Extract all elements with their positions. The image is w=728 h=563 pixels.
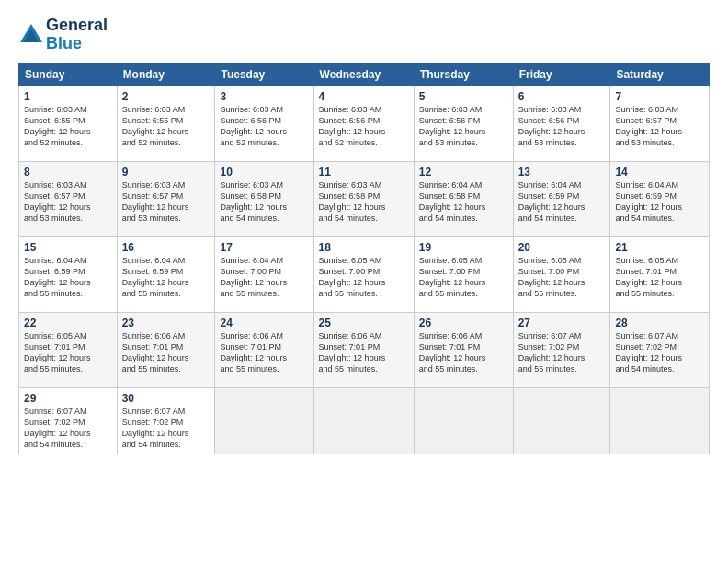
logo-icon — [18, 22, 44, 48]
day-number: 5 — [419, 90, 508, 103]
calendar-cell: 21Sunrise: 6:05 AM Sunset: 7:01 PM Dayli… — [610, 236, 710, 312]
day-number: 3 — [220, 90, 308, 103]
day-number: 16 — [122, 241, 210, 254]
calendar-cell: 4Sunrise: 6:03 AM Sunset: 6:56 PM Daylig… — [313, 86, 414, 161]
day-info: Sunrise: 6:06 AM Sunset: 7:01 PM Dayligh… — [122, 330, 210, 375]
day-number: 17 — [220, 241, 308, 254]
day-number: 24 — [220, 316, 308, 329]
day-info: Sunrise: 6:03 AM Sunset: 6:55 PM Dayligh… — [122, 104, 210, 149]
day-number: 1 — [24, 90, 112, 103]
day-number: 26 — [419, 316, 508, 329]
calendar-cell: 29Sunrise: 6:07 AM Sunset: 7:02 PM Dayli… — [19, 387, 118, 454]
calendar-cell — [513, 387, 610, 454]
day-number: 10 — [220, 166, 308, 178]
day-number: 14 — [615, 166, 704, 178]
day-number: 27 — [518, 316, 606, 329]
week-row-1: 1Sunrise: 6:03 AM Sunset: 6:55 PM Daylig… — [19, 86, 710, 161]
calendar-cell: 18Sunrise: 6:05 AM Sunset: 7:00 PM Dayli… — [313, 236, 414, 312]
day-info: Sunrise: 6:04 AM Sunset: 6:59 PM Dayligh… — [615, 179, 704, 224]
day-info: Sunrise: 6:07 AM Sunset: 7:02 PM Dayligh… — [518, 330, 606, 375]
day-info: Sunrise: 6:05 AM Sunset: 7:01 PM Dayligh… — [615, 255, 704, 300]
day-number: 6 — [518, 90, 606, 103]
day-info: Sunrise: 6:03 AM Sunset: 6:56 PM Dayligh… — [419, 104, 508, 149]
day-number: 15 — [24, 241, 112, 254]
calendar-cell: 8Sunrise: 6:03 AM Sunset: 6:57 PM Daylig… — [19, 161, 118, 236]
day-info: Sunrise: 6:05 AM Sunset: 7:00 PM Dayligh… — [319, 255, 409, 300]
day-number: 29 — [24, 392, 112, 405]
weekday-header-monday: Monday — [117, 63, 215, 86]
calendar-cell: 15Sunrise: 6:04 AM Sunset: 6:59 PM Dayli… — [19, 236, 118, 312]
day-info: Sunrise: 6:06 AM Sunset: 7:01 PM Dayligh… — [419, 330, 508, 375]
day-info: Sunrise: 6:04 AM Sunset: 6:59 PM Dayligh… — [122, 255, 210, 300]
weekday-header-thursday: Thursday — [414, 63, 513, 86]
day-info: Sunrise: 6:03 AM Sunset: 6:58 PM Dayligh… — [220, 179, 308, 224]
day-info: Sunrise: 6:04 AM Sunset: 6:58 PM Dayligh… — [419, 179, 508, 224]
day-info: Sunrise: 6:07 AM Sunset: 7:02 PM Dayligh… — [24, 406, 112, 451]
day-info: Sunrise: 6:03 AM Sunset: 6:56 PM Dayligh… — [220, 104, 308, 149]
calendar-cell: 13Sunrise: 6:04 AM Sunset: 6:59 PM Dayli… — [513, 161, 610, 236]
day-number: 25 — [319, 316, 409, 329]
page: General Blue SundayMondayTuesdayWednesda… — [0, 0, 728, 563]
weekday-header-sunday: Sunday — [19, 63, 118, 86]
day-info: Sunrise: 6:03 AM Sunset: 6:58 PM Dayligh… — [319, 179, 409, 224]
weekday-header-wednesday: Wednesday — [313, 63, 414, 86]
week-row-5: 29Sunrise: 6:07 AM Sunset: 7:02 PM Dayli… — [19, 387, 710, 454]
day-info: Sunrise: 6:04 AM Sunset: 7:00 PM Dayligh… — [220, 255, 308, 300]
day-info: Sunrise: 6:05 AM Sunset: 7:00 PM Dayligh… — [419, 255, 508, 300]
day-info: Sunrise: 6:03 AM Sunset: 6:56 PM Dayligh… — [319, 104, 409, 149]
logo: General Blue — [18, 17, 108, 53]
day-number: 21 — [615, 241, 704, 254]
header: General Blue — [18, 17, 710, 53]
day-info: Sunrise: 6:03 AM Sunset: 6:57 PM Dayligh… — [122, 179, 210, 224]
calendar-cell: 22Sunrise: 6:05 AM Sunset: 7:01 PM Dayli… — [19, 312, 118, 387]
calendar-table: SundayMondayTuesdayWednesdayThursdayFrid… — [18, 63, 710, 455]
weekday-header-saturday: Saturday — [610, 63, 710, 86]
day-info: Sunrise: 6:05 AM Sunset: 7:01 PM Dayligh… — [24, 330, 112, 375]
day-info: Sunrise: 6:03 AM Sunset: 6:57 PM Dayligh… — [24, 179, 112, 224]
logo-text-blue: Blue — [46, 35, 108, 53]
calendar-cell: 12Sunrise: 6:04 AM Sunset: 6:58 PM Dayli… — [414, 161, 513, 236]
day-number: 7 — [615, 90, 704, 103]
day-info: Sunrise: 6:07 AM Sunset: 7:02 PM Dayligh… — [122, 406, 210, 451]
day-info: Sunrise: 6:06 AM Sunset: 7:01 PM Dayligh… — [319, 330, 409, 375]
day-number: 20 — [518, 241, 606, 254]
calendar-cell: 5Sunrise: 6:03 AM Sunset: 6:56 PM Daylig… — [414, 86, 513, 161]
day-info: Sunrise: 6:04 AM Sunset: 6:59 PM Dayligh… — [518, 179, 606, 224]
day-number: 12 — [419, 166, 508, 178]
day-number: 22 — [24, 316, 112, 329]
day-info: Sunrise: 6:05 AM Sunset: 7:00 PM Dayligh… — [518, 255, 606, 300]
calendar-cell: 14Sunrise: 6:04 AM Sunset: 6:59 PM Dayli… — [610, 161, 710, 236]
day-number: 4 — [319, 90, 409, 103]
day-number: 8 — [24, 166, 112, 178]
calendar-cell: 10Sunrise: 6:03 AM Sunset: 6:58 PM Dayli… — [215, 161, 313, 236]
calendar-cell — [610, 387, 710, 454]
calendar-cell: 6Sunrise: 6:03 AM Sunset: 6:56 PM Daylig… — [513, 86, 610, 161]
day-number: 19 — [419, 241, 508, 254]
day-info: Sunrise: 6:03 AM Sunset: 6:57 PM Dayligh… — [615, 104, 704, 149]
calendar-cell: 28Sunrise: 6:07 AM Sunset: 7:02 PM Dayli… — [610, 312, 710, 387]
calendar-cell: 9Sunrise: 6:03 AM Sunset: 6:57 PM Daylig… — [117, 161, 215, 236]
day-info: Sunrise: 6:03 AM Sunset: 6:55 PM Dayligh… — [24, 104, 112, 149]
logo-text-general: General — [46, 17, 108, 35]
calendar-cell: 7Sunrise: 6:03 AM Sunset: 6:57 PM Daylig… — [610, 86, 710, 161]
day-info: Sunrise: 6:06 AM Sunset: 7:01 PM Dayligh… — [220, 330, 308, 375]
calendar-cell: 30Sunrise: 6:07 AM Sunset: 7:02 PM Dayli… — [117, 387, 215, 454]
calendar-cell: 19Sunrise: 6:05 AM Sunset: 7:00 PM Dayli… — [414, 236, 513, 312]
calendar-cell: 25Sunrise: 6:06 AM Sunset: 7:01 PM Dayli… — [313, 312, 414, 387]
calendar-cell: 27Sunrise: 6:07 AM Sunset: 7:02 PM Dayli… — [513, 312, 610, 387]
calendar-cell: 11Sunrise: 6:03 AM Sunset: 6:58 PM Dayli… — [313, 161, 414, 236]
day-number: 2 — [122, 90, 210, 103]
day-info: Sunrise: 6:03 AM Sunset: 6:56 PM Dayligh… — [518, 104, 606, 149]
calendar-cell: 3Sunrise: 6:03 AM Sunset: 6:56 PM Daylig… — [215, 86, 313, 161]
day-number: 28 — [615, 316, 704, 329]
calendar-cell: 26Sunrise: 6:06 AM Sunset: 7:01 PM Dayli… — [414, 312, 513, 387]
calendar-cell: 20Sunrise: 6:05 AM Sunset: 7:00 PM Dayli… — [513, 236, 610, 312]
calendar-cell: 16Sunrise: 6:04 AM Sunset: 6:59 PM Dayli… — [117, 236, 215, 312]
calendar-cell — [313, 387, 414, 454]
calendar-cell — [215, 387, 313, 454]
week-row-4: 22Sunrise: 6:05 AM Sunset: 7:01 PM Dayli… — [19, 312, 710, 387]
calendar-cell: 17Sunrise: 6:04 AM Sunset: 7:00 PM Dayli… — [215, 236, 313, 312]
weekday-header-friday: Friday — [513, 63, 610, 86]
calendar-cell: 1Sunrise: 6:03 AM Sunset: 6:55 PM Daylig… — [19, 86, 118, 161]
day-number: 30 — [122, 392, 210, 405]
